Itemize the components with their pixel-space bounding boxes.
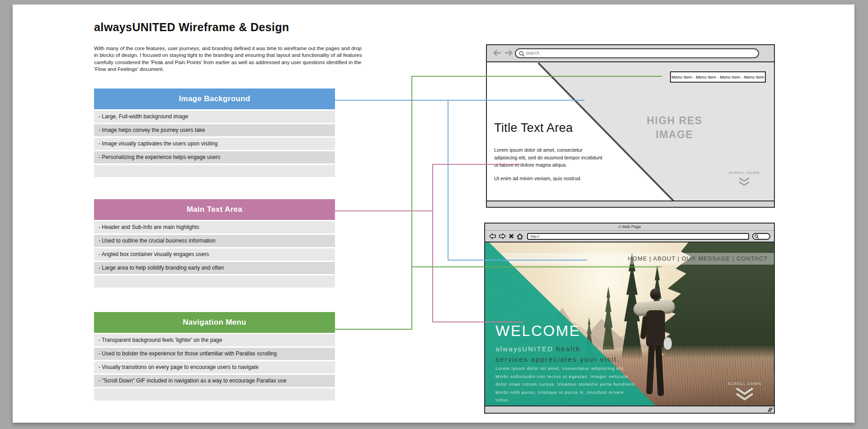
connector-blue-vertical bbox=[448, 100, 448, 261]
search-input[interactable]: search bbox=[515, 48, 759, 58]
legend-item: - Used to bolster the experience for tho… bbox=[94, 348, 335, 360]
connector-green-vertical bbox=[411, 76, 412, 330]
welcome-heading: WELCOME bbox=[495, 322, 580, 340]
brand-name: alwaysUNITED bbox=[495, 345, 553, 353]
legend-main-text-area: Main Text Area - Header and Sub-Info are… bbox=[94, 199, 335, 288]
legend-item-empty bbox=[94, 165, 335, 177]
resize-handle-icon[interactable] bbox=[766, 407, 773, 412]
design-browser-window: A Web Page http:// bbox=[484, 223, 775, 414]
connector-pink-upper bbox=[432, 164, 523, 165]
legend-header-navigation-menu: Navigation Menu bbox=[94, 312, 335, 333]
legend-item: - Image visually captivates the users up… bbox=[94, 138, 335, 150]
search-icon bbox=[754, 234, 759, 239]
connector-green-mid bbox=[411, 266, 662, 267]
wireframe-body-text: Lorem ipsum dolor sit amet, consectetur … bbox=[494, 146, 604, 188]
poster-canvas: alwaysUNITED Wireframe & Design With man… bbox=[13, 5, 854, 423]
legend-item: - Visually transitions on every page to … bbox=[94, 361, 335, 373]
scroll-down-control[interactable]: SCROLL DOWN bbox=[726, 171, 762, 189]
search-icon bbox=[519, 51, 525, 57]
scroll-down-label: SCROLL DOWN bbox=[723, 382, 766, 386]
wireframe-content: Menu Item - Menu Item - Menu Item - Menu… bbox=[487, 62, 774, 201]
legend-item: - Angled box container visually engages … bbox=[94, 248, 335, 261]
legend-item: - Header and Sub-Info are main highlight… bbox=[94, 221, 335, 233]
chevron-down-icon bbox=[737, 177, 751, 187]
back-arrow-icon[interactable] bbox=[489, 233, 496, 239]
search-placeholder: search bbox=[526, 51, 539, 56]
high-res-image-label: HIGH RES IMAGE bbox=[634, 114, 715, 142]
connector-green-upper bbox=[411, 76, 662, 77]
forward-arrow-icon[interactable] bbox=[505, 50, 513, 58]
legend-header-image-background: Image Background bbox=[94, 89, 335, 109]
url-field[interactable]: http:// bbox=[527, 233, 749, 240]
legend-item: - Transparent background feels 'lighter'… bbox=[94, 334, 335, 346]
design-toolbar: http:// bbox=[485, 231, 774, 242]
legend-item: - "Scroll Down" GIF included in navigati… bbox=[94, 375, 335, 387]
legend-item-empty bbox=[94, 388, 335, 401]
wireframe-toolbar: search bbox=[487, 45, 774, 62]
hero-body-text: Lorem ipsum dolor sit amet, consectetur … bbox=[495, 364, 639, 404]
menu-bar[interactable]: Menu Item - Menu Item - Menu Item - Menu… bbox=[670, 71, 766, 83]
legend-item: - Large area to help solidify branding e… bbox=[94, 262, 335, 274]
wireframe-browser-window: search Menu Item - Menu Item - Menu Item… bbox=[486, 44, 775, 208]
back-arrow-icon[interactable] bbox=[493, 50, 501, 58]
legend-header-main-text-area: Main Text Area bbox=[94, 199, 335, 220]
tagline: alwaysUNITED health services appreciates… bbox=[495, 344, 620, 365]
connector-blue-lower bbox=[448, 260, 587, 261]
legend-item: - Personalizing the experience helps eng… bbox=[94, 151, 335, 163]
hiker-silhouette bbox=[637, 283, 675, 401]
legend-item: - Image helps convey the journey users t… bbox=[94, 124, 335, 136]
legend-image-background: Image Background - Large, Full-width bac… bbox=[94, 89, 335, 177]
forward-arrow-icon[interactable] bbox=[499, 233, 506, 239]
scroll-down-label: SCROLL DOWN bbox=[726, 171, 762, 175]
legend-navigation-menu: Navigation Menu - Transparent background… bbox=[94, 312, 335, 401]
home-icon[interactable] bbox=[516, 233, 524, 240]
chevron-down-icon bbox=[734, 387, 755, 402]
legend-item: - Used to outline the crucial business i… bbox=[94, 235, 335, 247]
legend-item: - Large, Full-width background image bbox=[94, 111, 335, 123]
browser-search-pill[interactable] bbox=[752, 233, 770, 240]
legend-item-empty bbox=[94, 275, 335, 288]
scroll-down-control[interactable]: SCROLL DOWN bbox=[723, 382, 766, 404]
page-title: alwaysUNITED Wireframe & Design bbox=[94, 21, 289, 34]
connector-green-horizontal bbox=[335, 329, 411, 330]
nav-menu[interactable]: HOME | ABOUT | OUR MESSAGE | CONTACT bbox=[485, 253, 774, 265]
design-statusbar bbox=[485, 406, 774, 413]
connector-blue-horizontal bbox=[335, 100, 585, 101]
window-title: A Web Page bbox=[485, 224, 774, 231]
wireframe-statusbar bbox=[487, 201, 774, 207]
connector-pink-vertical bbox=[432, 164, 433, 322]
title-text-area: Title Text Area bbox=[494, 121, 573, 135]
close-icon[interactable] bbox=[509, 233, 514, 239]
connector-pink-lower bbox=[432, 322, 523, 322]
connector-pink-horizontal bbox=[335, 210, 432, 211]
intro-paragraph: With many of the core features, user jou… bbox=[94, 45, 363, 73]
